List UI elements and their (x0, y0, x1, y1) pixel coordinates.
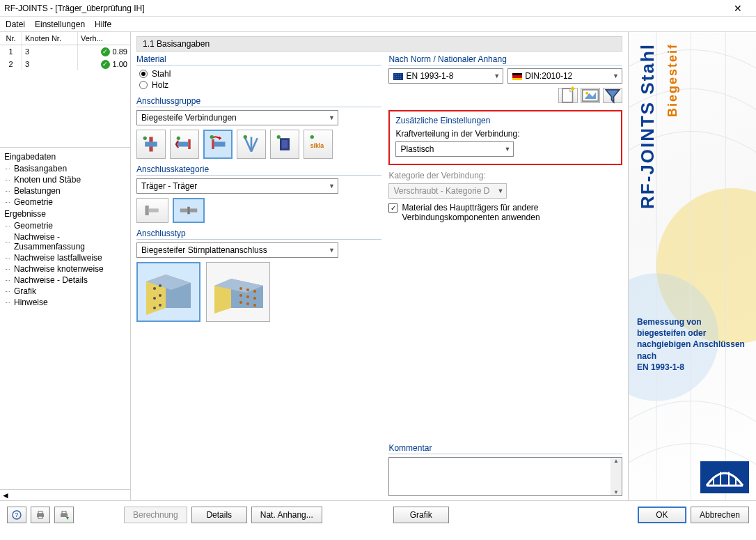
v-scrollbar[interactable]: ▲▼ (611, 458, 622, 495)
h-scrollbar[interactable]: ◄ (0, 489, 130, 500)
details-button[interactable]: Details (191, 507, 247, 523)
tree-cat-results[interactable]: Ergebnisse (0, 208, 130, 220)
print-button[interactable] (31, 507, 50, 523)
cancel-button[interactable]: Abbrechen (691, 507, 749, 523)
svg-point-49 (585, 92, 588, 95)
picture-icon[interactable] (581, 88, 600, 103)
svg-rect-21 (180, 208, 188, 212)
joint-sikla-icon[interactable]: sikla (304, 130, 333, 159)
menu-file[interactable]: Datei (6, 20, 25, 29)
label-kategorie-verbindung: Kategorie der Verbindung: (388, 171, 622, 180)
svg-marker-50 (606, 90, 620, 102)
svg-text:sikla: sikla (310, 142, 324, 149)
svg-point-36 (239, 287, 242, 290)
th-knoten[interactable]: Knoten Nr. (22, 32, 78, 45)
svg-point-28 (159, 284, 162, 287)
type-endplate-extended-icon[interactable] (206, 262, 270, 322)
tree-item[interactable]: Knoten und Stäbe (0, 174, 130, 185)
radio-icon (139, 70, 148, 78)
select-anschlusstyp[interactable]: Biegesteifer Stirnplattenanschluss▼ (136, 242, 338, 258)
select-anschlusskategorie[interactable]: Träger - Träger▼ (136, 178, 338, 194)
tree-item[interactable]: Grafik (0, 286, 130, 297)
tree-item[interactable]: Geometrie (0, 196, 130, 208)
menu-help[interactable]: Hilfe (95, 20, 111, 29)
type-endplate-flush-icon[interactable] (136, 262, 200, 322)
chevron-down-icon: ▼ (329, 114, 335, 121)
nav-tree: Eingabedaten Basisangaben Knoten und Stä… (0, 148, 130, 489)
check-icon: ✓ (101, 60, 110, 69)
svg-point-38 (253, 290, 256, 293)
tree-item[interactable]: Nachweise knotenweise (0, 263, 130, 275)
new-icon[interactable] (558, 88, 578, 103)
table-row[interactable]: 1 3 ✓0.89 (0, 45, 130, 58)
cat-beam-icon[interactable] (173, 198, 205, 223)
svg-rect-67 (61, 514, 68, 517)
svg-point-41 (253, 297, 256, 300)
tree-item[interactable]: Hinweise (0, 297, 130, 308)
th-nr[interactable]: Nr. (0, 32, 22, 45)
svg-point-40 (246, 295, 249, 298)
svg-marker-8 (219, 137, 222, 140)
svg-point-29 (153, 297, 156, 300)
berechnung-button: Berechnung (124, 507, 187, 523)
nat-anhang-button[interactable]: Nat. Anhang... (251, 507, 322, 523)
tree-item[interactable]: Belastungen (0, 185, 130, 196)
kommentar-textarea[interactable]: ▲▼ (388, 457, 622, 496)
table-row[interactable]: 2 3 ✓1.00 (0, 58, 130, 70)
tree-cat-input[interactable]: Eingabedaten (0, 151, 130, 163)
svg-text:?: ? (15, 511, 18, 518)
checkbox-hauptträger[interactable]: ✓ Material des Hauptträgers für andere V… (388, 203, 622, 222)
svg-rect-15 (282, 140, 288, 148)
tree-item[interactable]: Nachweise - Zusammenfassung (0, 231, 130, 252)
group-anschlussgruppe: Anschlussgruppe Biegesteife Verbindungen… (136, 96, 381, 159)
menu-bar: Datei Einstellungen Hilfe (0, 17, 756, 32)
svg-point-27 (153, 287, 156, 290)
svg-rect-7 (212, 139, 214, 149)
svg-rect-4 (188, 139, 191, 149)
svg-point-44 (253, 304, 256, 307)
chevron-down-icon: ▼ (329, 183, 335, 190)
select-norm-annex[interactable]: DIN:2010-12▼ (507, 68, 622, 84)
svg-rect-65 (38, 511, 42, 514)
select-kategorie-verbindung: Verschraubt - Kategorie D▼ (388, 183, 507, 199)
group-anschlusstyp: Anschlusstyp Biegesteifer Stirnplattenan… (136, 229, 381, 496)
svg-point-30 (159, 294, 162, 297)
svg-point-32 (159, 304, 162, 307)
cat-column-icon[interactable] (136, 198, 168, 223)
radio-holz[interactable]: Holz (136, 79, 381, 91)
menu-settings[interactable]: Einstellungen (35, 20, 85, 29)
tree-item[interactable]: Nachweise lastfallweise (0, 252, 130, 263)
filter-icon[interactable] (603, 88, 622, 103)
ok-button[interactable]: OK (638, 507, 686, 523)
select-anschlussgruppe[interactable]: Biegesteife Verbindungen▼ (136, 110, 338, 125)
radio-stahl[interactable]: Stahl (136, 68, 381, 79)
svg-point-13 (244, 135, 247, 139)
tree-item[interactable]: Nachweise - Details (0, 275, 130, 286)
joint-hollow-icon[interactable] (270, 130, 299, 159)
joint-beam-icon[interactable] (170, 130, 199, 159)
grafik-button[interactable]: Grafik (393, 507, 449, 523)
svg-rect-19 (145, 206, 149, 215)
svg-point-43 (246, 302, 249, 305)
group-kommentar: Kommentar ▲▼ (388, 443, 622, 496)
node-table: Nr. Knoten Nr. Verh... 1 3 ✓0.89 2 3 ✓1.… (0, 32, 130, 148)
svg-rect-66 (38, 516, 42, 518)
svg-point-2 (143, 137, 147, 140)
joint-truss-icon[interactable] (237, 130, 266, 159)
chevron-down-icon: ▼ (497, 187, 503, 194)
tree-item[interactable]: Geometrie (0, 220, 130, 231)
joint-moment-icon[interactable] (203, 130, 233, 159)
tree-item[interactable]: Basisangaben (0, 163, 130, 174)
group-anschlusskategorie: Anschlusskategorie Träger - Träger▼ (136, 164, 381, 223)
select-kraftverteilung[interactable]: Plastisch▼ (395, 141, 514, 157)
joint-rigid-icon[interactable] (136, 130, 166, 159)
export-button[interactable] (54, 507, 74, 523)
help-button[interactable]: ? (7, 507, 26, 523)
chevron-down-icon: ▼ (613, 72, 619, 79)
svg-point-31 (153, 307, 156, 309)
extra-settings-highlight: Zusätzliche Einstellungen Kraftverteilun… (388, 110, 622, 165)
select-norm-code[interactable]: EN 1993-1-8▼ (388, 68, 503, 84)
th-verh[interactable]: Verh... (78, 32, 130, 45)
close-button[interactable]: ✕ (724, 3, 752, 14)
svg-point-37 (246, 288, 249, 291)
